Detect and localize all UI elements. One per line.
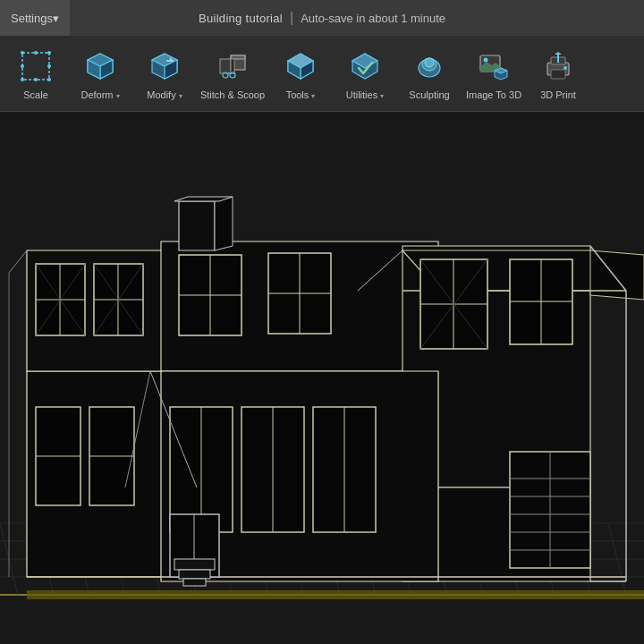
sculpting-label: Sculpting <box>409 89 449 100</box>
svg-point-34 <box>484 58 488 63</box>
stitch-scoop-label: Stitch & Scoop <box>200 89 265 100</box>
toolbar-item-sculpting[interactable]: Sculpting <box>397 38 462 109</box>
svg-marker-74 <box>179 201 215 250</box>
modify-label: Modify ▾ <box>147 89 182 100</box>
svg-point-8 <box>47 64 51 68</box>
toolbar-item-deform[interactable]: Deform ▾ <box>68 38 132 109</box>
sculpting-icon <box>410 47 449 86</box>
house-scene-svg <box>0 112 644 644</box>
toolbar-item-utilities[interactable]: Utilities ▾ <box>333 38 397 109</box>
tools-label: Tools ▾ <box>286 89 316 100</box>
svg-marker-75 <box>215 197 233 250</box>
stitch-scoop-icon <box>213 47 252 86</box>
toolbar: Scale Deform ▾ Modify ▾ <box>0 36 644 112</box>
modify-icon <box>145 47 184 86</box>
title-separator: | <box>290 10 293 26</box>
svg-marker-42 <box>555 52 562 55</box>
svg-rect-129 <box>183 579 206 586</box>
svg-rect-127 <box>174 559 215 570</box>
toolbar-item-tools[interactable]: Tools ▾ <box>268 38 333 109</box>
svg-point-6 <box>34 78 38 81</box>
scale-icon <box>16 47 55 86</box>
svg-marker-20 <box>231 59 234 73</box>
svg-point-7 <box>21 64 24 68</box>
svg-point-1 <box>21 51 24 55</box>
svg-rect-67 <box>27 590 644 599</box>
svg-rect-39 <box>551 70 565 79</box>
svg-rect-0 <box>22 53 49 80</box>
svg-point-4 <box>47 78 51 81</box>
scale-label: Scale <box>23 89 48 100</box>
svg-rect-128 <box>179 570 210 579</box>
image-to-3d-label: Image To 3D <box>466 89 521 100</box>
svg-marker-19 <box>231 55 245 59</box>
project-title: Building tutorial <box>199 12 283 25</box>
toolbar-item-3d-print[interactable]: 3D Print <box>526 38 590 109</box>
svg-point-2 <box>47 51 51 55</box>
settings-label: Settings▾ <box>11 12 59 25</box>
autosave-status: Auto-save in about 1 minute <box>301 12 445 25</box>
image-to-3d-icon <box>474 47 513 86</box>
tools-icon <box>281 47 320 86</box>
utilities-icon <box>345 47 385 86</box>
settings-menu[interactable]: Settings▾ <box>0 0 70 36</box>
toolbar-item-image-to-3d[interactable]: Image To 3D <box>462 38 526 109</box>
svg-point-40 <box>564 66 567 70</box>
3d-print-label: 3D Print <box>540 89 576 100</box>
deform-icon <box>80 47 120 86</box>
utilities-label: Utilities ▾ <box>346 89 385 100</box>
toolbar-item-modify[interactable]: Modify ▾ <box>132 38 197 109</box>
3d-scene <box>0 112 644 644</box>
svg-point-5 <box>34 51 38 55</box>
svg-point-3 <box>21 78 24 81</box>
toolbar-item-scale[interactable]: Scale <box>4 38 68 109</box>
title-bar: Settings▾ Building tutorial | Auto-save … <box>0 0 644 36</box>
svg-point-32 <box>425 58 434 67</box>
toolbar-item-stitch-scoop[interactable]: Stitch & Scoop <box>197 38 268 109</box>
viewport[interactable] <box>0 112 644 644</box>
svg-marker-78 <box>590 250 644 300</box>
deform-label: Deform ▾ <box>80 89 119 100</box>
3d-print-icon <box>538 47 578 86</box>
